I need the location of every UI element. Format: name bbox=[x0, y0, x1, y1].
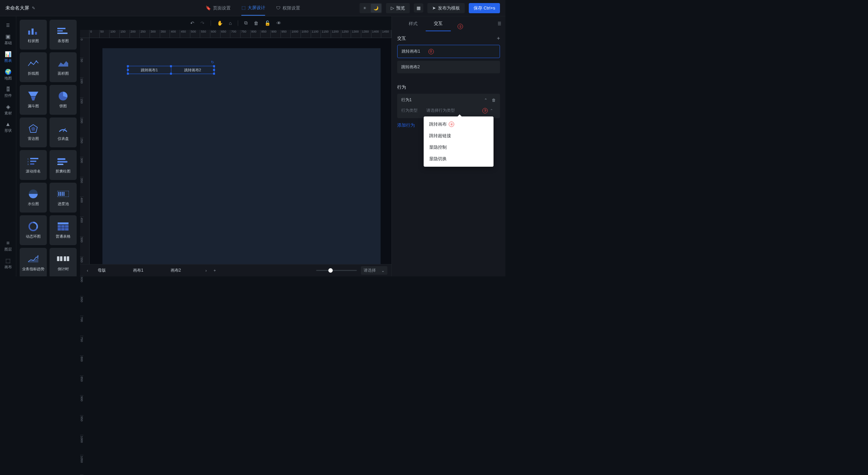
bottom-tab-canvas1[interactable]: 画布1 bbox=[128, 264, 164, 276]
component-card[interactable]: 柱状图 bbox=[20, 20, 47, 50]
selected-tab-widget[interactable]: ↻ 跳转画布1 跳转画布2 bbox=[128, 66, 214, 74]
svg-rect-31 bbox=[58, 222, 69, 224]
component-card[interactable]: 面积图 bbox=[50, 52, 77, 82]
ruler-tick: 350 bbox=[160, 30, 170, 38]
component-card[interactable]: 漏斗图 bbox=[20, 85, 47, 115]
annotation-badge-2: ② bbox=[428, 49, 434, 54]
svg-text:3: 3 bbox=[27, 163, 29, 165]
svg-rect-39 bbox=[67, 256, 69, 261]
component-card[interactable]: 胶囊柱图 bbox=[50, 150, 77, 180]
add-interaction-icon[interactable]: + bbox=[497, 35, 500, 41]
resize-handle-nw[interactable] bbox=[127, 65, 129, 67]
ruler-tick: 1050 bbox=[80, 455, 83, 475]
nav-basic[interactable]: ▣基础 bbox=[0, 31, 16, 48]
lock-icon[interactable]: 🔓 bbox=[265, 20, 270, 26]
canvas-background[interactable]: ↻ 跳转画布1 跳转画布2 bbox=[102, 48, 381, 264]
prev-canvas-icon[interactable]: ‹ bbox=[84, 268, 91, 273]
nav-material[interactable]: ◈素材 bbox=[0, 101, 16, 118]
layout-button[interactable]: ▦ bbox=[414, 3, 423, 13]
component-card[interactable]: 动态环图 bbox=[20, 215, 47, 245]
widget-tab-1[interactable]: 跳转画布1 bbox=[128, 66, 171, 74]
zoom-slider[interactable] bbox=[316, 270, 357, 271]
nav-shape[interactable]: ▲形状 bbox=[0, 118, 16, 136]
interaction-item-2[interactable]: 跳转画布2 bbox=[397, 61, 500, 73]
home-icon[interactable]: ⌂ bbox=[229, 20, 232, 26]
component-icon bbox=[26, 222, 40, 231]
undo-icon[interactable]: ↶ bbox=[190, 20, 194, 26]
resize-handle-e[interactable] bbox=[213, 69, 215, 71]
ruler-horizontal: 0501001502002503003504004505005506006507… bbox=[90, 30, 391, 38]
tab-dashboard-design[interactable]: ⬚ 大屏设计 bbox=[242, 1, 265, 16]
resize-handle-ne[interactable] bbox=[213, 65, 215, 67]
zoom-slider-thumb[interactable] bbox=[328, 268, 333, 273]
ruler-tick: 900 bbox=[80, 396, 83, 416]
tab-page-settings[interactable]: 🔖 页面设置 bbox=[206, 1, 231, 15]
edit-title-icon[interactable]: ✎ bbox=[32, 6, 35, 11]
collapse-sidebar-icon[interactable]: ☰ bbox=[3, 20, 13, 31]
copy-icon[interactable]: ⧉ bbox=[244, 20, 248, 26]
canvas-area: ↶ ↷ ✋ ⌂ ⧉ 🗑 🔓 👁 050100150200250300350400… bbox=[80, 16, 391, 276]
visibility-icon[interactable]: 👁 bbox=[276, 20, 281, 26]
component-card[interactable]: 进度池 bbox=[50, 183, 77, 213]
component-card[interactable]: 折线图 bbox=[20, 52, 47, 82]
component-label: 仪表盘 bbox=[58, 136, 69, 141]
dropdown-option-jump-link[interactable]: 跳转超链接 bbox=[424, 130, 494, 142]
dropdown-option-visibility-control[interactable]: 显隐控制 bbox=[424, 142, 494, 153]
preview-button[interactable]: ▷ 预览 bbox=[386, 3, 410, 13]
dropdown-option-visibility-toggle[interactable]: 显隐切换 bbox=[424, 153, 494, 165]
resize-handle-sw[interactable] bbox=[127, 73, 129, 75]
dropdown-option-jump-canvas[interactable]: 跳转画布 ④ bbox=[424, 118, 494, 130]
zoom-select[interactable]: 请选择 ⌄ bbox=[361, 266, 387, 275]
control-icon: 🎛 bbox=[5, 86, 11, 92]
nav-chart[interactable]: 📊图表 bbox=[0, 48, 16, 66]
next-canvas-icon[interactable]: › bbox=[202, 268, 209, 273]
tab-style[interactable]: 样式 bbox=[401, 16, 426, 31]
collapse-behavior-icon[interactable]: ⌃ bbox=[484, 98, 487, 103]
nav-layers[interactable]: ≡图层 bbox=[4, 237, 12, 255]
bottom-tab-master[interactable]: 母版 bbox=[92, 264, 126, 276]
publish-template-button[interactable]: ➤ 发布为模板 bbox=[427, 3, 465, 13]
component-icon bbox=[56, 157, 70, 166]
save-button[interactable]: 保存 Ctrl+s bbox=[469, 3, 500, 13]
widget-tab-2[interactable]: 跳转画布2 bbox=[171, 66, 214, 74]
component-card[interactable]: 倒计时 bbox=[50, 248, 77, 276]
resize-handle-s[interactable] bbox=[170, 73, 172, 75]
component-card[interactable]: 饼图 bbox=[50, 85, 77, 115]
pan-icon[interactable]: ✋ bbox=[217, 20, 223, 26]
delete-behavior-icon[interactable]: 🗑 bbox=[492, 98, 496, 103]
delete-icon[interactable]: 🗑 bbox=[254, 20, 258, 26]
nav-map[interactable]: 🌍地图 bbox=[0, 66, 16, 84]
redo-icon[interactable]: ↷ bbox=[200, 20, 205, 26]
nav-control[interactable]: 🎛控件 bbox=[0, 84, 16, 101]
component-card[interactable]: 条形图 bbox=[50, 20, 77, 50]
page-title: 未命名大屏 bbox=[5, 5, 29, 11]
behavior-type-select[interactable]: 请选择行为类型 ③ ⌃ bbox=[424, 106, 496, 115]
resize-handle-se[interactable] bbox=[213, 73, 215, 75]
component-label: 折线图 bbox=[28, 71, 39, 76]
canvas-viewport[interactable]: ↻ 跳转画布1 跳转画布2 bbox=[90, 38, 391, 264]
resize-handle-w[interactable] bbox=[127, 69, 129, 71]
interaction-item-1[interactable]: 跳转画布1 ② bbox=[397, 45, 500, 58]
component-card[interactable]: 123滚动排名 bbox=[20, 150, 47, 180]
resize-handle-n[interactable] bbox=[170, 65, 172, 67]
nav-canvas[interactable]: ⬚画布 bbox=[4, 255, 12, 272]
ruler-tick: 550 bbox=[80, 257, 83, 277]
ruler-tick: 1250 bbox=[341, 30, 351, 38]
component-card[interactable]: 业务指标趋势 bbox=[20, 248, 47, 276]
component-card[interactable]: 仪表盘 bbox=[50, 117, 77, 147]
component-card[interactable]: 普通表格 bbox=[50, 215, 77, 245]
light-mode-icon[interactable]: ☀ bbox=[360, 4, 369, 13]
rotate-handle-icon[interactable]: ↻ bbox=[211, 60, 214, 65]
dark-mode-icon[interactable]: 🌙 bbox=[371, 4, 381, 13]
collapse-right-panel-icon[interactable]: ☰ bbox=[494, 21, 505, 26]
add-canvas-icon[interactable]: + bbox=[211, 268, 218, 273]
ruler-tick: 1400 bbox=[371, 30, 382, 38]
component-label: 普通表格 bbox=[56, 234, 71, 239]
ruler-tick: 1350 bbox=[361, 30, 371, 38]
component-card[interactable]: 雷达图 bbox=[20, 117, 47, 147]
bottom-tab-canvas2[interactable]: 画布2 bbox=[165, 264, 201, 276]
tab-permission-settings[interactable]: 🛡 权限设置 bbox=[276, 1, 300, 15]
ruler-tick: 750 bbox=[240, 30, 251, 38]
component-card[interactable]: 水位图 bbox=[20, 183, 47, 213]
tab-interaction[interactable]: 交互 bbox=[426, 16, 451, 31]
